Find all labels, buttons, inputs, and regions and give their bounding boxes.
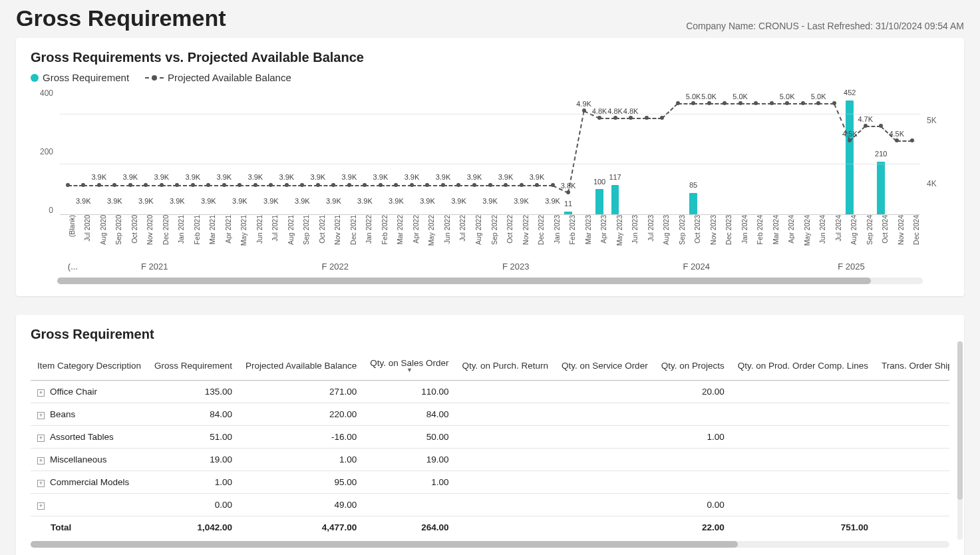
cell-purch-return	[456, 449, 556, 471]
square-icon	[31, 74, 39, 82]
x-tick: Oct 2022	[506, 215, 514, 244]
line-data-label: 3.9K	[357, 197, 373, 205]
expand-icon[interactable]: +	[37, 389, 45, 397]
table-scroll-region[interactable]: Item Category DescriptionGross Requireme…	[31, 349, 949, 538]
legend-item-bar[interactable]: Gross Requirement	[31, 72, 129, 83]
cell-projects	[655, 471, 731, 494]
x-tick: Jan 2022	[365, 215, 373, 244]
bar-data-label: 452	[844, 89, 856, 96]
expand-icon[interactable]: +	[37, 502, 45, 510]
line-data-label: 3.9K	[514, 197, 529, 205]
line-data-label: 3.9K	[154, 173, 169, 181]
x-tick: Jun 2022	[443, 215, 451, 244]
x-tick: (Blank)	[68, 215, 76, 237]
line-data-label: 3.9K	[217, 173, 232, 181]
scrollbar-thumb[interactable]	[31, 541, 738, 548]
expand-icon[interactable]: +	[37, 480, 45, 487]
x-tick: Aug 2024	[850, 215, 858, 245]
cell-comp-lines	[731, 494, 875, 516]
legend-item-line[interactable]: Projected Available Balance	[145, 72, 291, 83]
cell-service-order	[555, 516, 655, 539]
table-column-header[interactable]: Qty. on Projects	[655, 354, 731, 381]
line-data-label: 3.9K	[451, 197, 466, 205]
x-tick: Dec 2023	[725, 215, 733, 245]
expand-icon[interactable]: +	[37, 412, 45, 419]
cell-pab: 95.00	[239, 471, 363, 494]
x-tick: Dec 2021	[349, 215, 357, 245]
cell-description: Total	[31, 516, 148, 539]
table-row[interactable]: +Beans84.00220.0084.00	[31, 403, 949, 426]
x-tick: Jan 2023	[553, 215, 561, 244]
table-vertical-scrollbar[interactable]	[957, 341, 963, 540]
cell-trans-order	[875, 471, 949, 494]
line-data-label: 3.9K	[76, 197, 91, 205]
cell-service-order	[555, 449, 655, 471]
cell-purch-return	[456, 403, 556, 426]
table-header-row: Item Category DescriptionGross Requireme…	[31, 354, 949, 381]
fiscal-year-label: F 2021	[141, 262, 168, 272]
x-tick: Mar 2022	[396, 215, 404, 244]
x-tick: Feb 2024	[756, 215, 764, 244]
cell-purch-return	[456, 381, 556, 403]
table-horizontal-scrollbar[interactable]	[31, 541, 949, 548]
chart-card: Gross Requirements vs. Projected Availab…	[16, 38, 964, 296]
x-tick: Jun 2024	[818, 215, 826, 244]
table-column-header[interactable]: Projected Available Balance	[239, 354, 363, 381]
cell-gross-req: 135.00	[148, 381, 239, 403]
cell-comp-lines	[731, 426, 875, 449]
x-tick: Sep 2023	[678, 215, 686, 245]
x-tick: Oct 2023	[693, 215, 701, 244]
x-tick: Feb 2022	[381, 215, 389, 244]
gross-requirement-table: Item Category DescriptionGross Requireme…	[31, 354, 949, 538]
cell-trans-order	[875, 516, 949, 539]
cell-trans-order	[875, 381, 949, 403]
cell-trans-order	[875, 403, 949, 426]
table-row[interactable]: +Commercial Models1.0095.001.00	[31, 471, 949, 494]
table-row[interactable]: +0.0049.000.00	[31, 494, 949, 516]
table-column-header[interactable]: Item Category Description	[31, 354, 148, 381]
cell-description: +Assorted Tables	[31, 426, 148, 449]
line-data-label: 3.9K	[405, 173, 420, 181]
expand-icon[interactable]: +	[37, 435, 45, 442]
table-row[interactable]: +Assorted Tables51.00-16.0050.001.00	[31, 426, 949, 449]
table-column-header[interactable]: Gross Requirement	[148, 354, 239, 381]
line-data-label: 3.9K	[138, 197, 154, 205]
cell-sales-order: 1.00	[363, 471, 455, 494]
x-tick: Jul 2023	[647, 215, 655, 242]
table-column-header[interactable]: Qty. on Service Order	[555, 354, 655, 381]
table-column-header[interactable]: Trans. Order Shipment (	[875, 354, 949, 381]
chart-horizontal-scrollbar[interactable]	[57, 278, 923, 284]
x-tick: Feb 2023	[568, 215, 576, 244]
expand-icon[interactable]: +	[37, 457, 45, 464]
x-tick: Aug 2023	[662, 215, 670, 245]
table-row[interactable]: +Office Chair135.00271.00110.0020.00	[31, 381, 949, 403]
chart-plot-area[interactable]: 4002000 5K4K 11100117854522103.9K3.9K3.9…	[31, 89, 949, 255]
fiscal-year-label: F 2022	[322, 262, 349, 272]
page-title: Gross Requirement	[16, 5, 226, 31]
table-total-row: Total1,042.004,477.00264.0022.00751.00	[31, 516, 949, 539]
x-tick: Jan 2024	[740, 215, 748, 244]
line-data-label: 3.9K	[326, 197, 341, 205]
x-tick: Sep 2020	[114, 215, 122, 245]
scrollbar-thumb[interactable]	[957, 341, 963, 500]
fiscal-year-label: (...	[68, 262, 78, 272]
fiscal-year-label: F 2024	[683, 262, 710, 272]
line-data-label: 3.9K	[263, 197, 279, 205]
cell-sales-order: 84.00	[363, 403, 455, 426]
table-row[interactable]: +Miscellaneous19.001.0019.00	[31, 449, 949, 471]
cell-projects	[655, 403, 731, 426]
table-column-header[interactable]: Qty. on Sales Order▼	[363, 354, 455, 381]
x-tick: May 2024	[803, 215, 811, 246]
x-tick: Aug 2020	[99, 215, 107, 245]
x-tick: Jul 2024	[834, 215, 842, 242]
cell-sales-order: 264.00	[363, 516, 455, 539]
line-data-label: 3.9K	[248, 173, 263, 181]
table-column-header[interactable]: Qty. on Prod. Order Comp. Lines	[731, 354, 875, 381]
line-data-label: 5.0K	[701, 92, 717, 100]
line-data-label: 3.9K	[342, 173, 357, 181]
line-data-label: 3.9K	[436, 173, 451, 181]
table-column-header[interactable]: Qty. on Purch. Return	[456, 354, 556, 381]
plot-region: 11100117854522103.9K3.9K3.9K3.9K3.9K3.9K…	[60, 89, 920, 215]
scrollbar-thumb[interactable]	[57, 278, 871, 284]
cell-description: +Beans	[31, 403, 148, 426]
